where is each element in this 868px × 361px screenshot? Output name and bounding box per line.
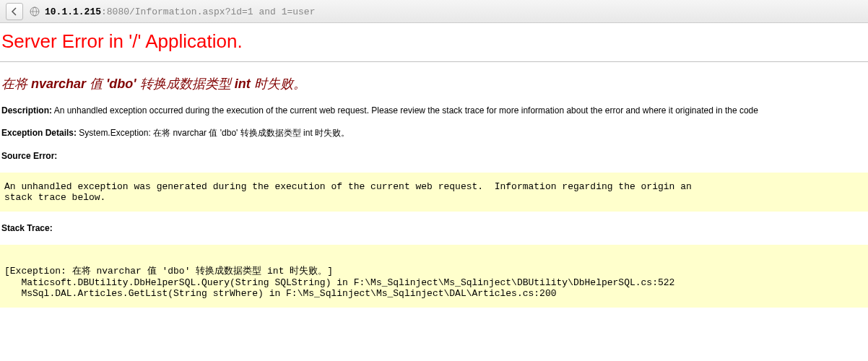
exception-label: Exception Details: [1, 128, 77, 138]
source-error-block: An unhandled exception was generated dur… [0, 173, 868, 212]
exception-text: System.Exception: 在将 nvarchar 值 'dbo' 转换… [77, 128, 350, 138]
error-title: Server Error in '/' Application. [0, 30, 868, 58]
error-message: 在将 nvarchar 值 'dbo' 转换成数据类型 int 时失败。 [0, 75, 868, 105]
url-host: 10.1.1.215 [45, 6, 101, 17]
back-button[interactable] [6, 3, 23, 20]
source-error-label-section: Source Error: [1, 151, 868, 161]
globe-icon [29, 6, 40, 17]
exception-section: Exception Details: System.Exception: 在将 … [1, 127, 868, 139]
divider [0, 61, 868, 62]
back-arrow-icon [10, 7, 19, 16]
browser-toolbar: 10.1.1.215:8080/Information.aspx?id=1 an… [0, 0, 868, 23]
description-text: An unhandled exception occurred during t… [52, 105, 758, 116]
url-path: :8080/Information.aspx?id=1 and 1=user [101, 6, 315, 17]
source-error-label: Source Error: [1, 151, 57, 161]
url-bar[interactable]: 10.1.1.215:8080/Information.aspx?id=1 an… [45, 5, 315, 17]
stack-trace-block: [Exception: 在将 nvarchar 值 'dbo' 转换成数据类型 … [0, 245, 868, 308]
description-label: Description: [1, 105, 52, 116]
error-page: Server Error in '/' Application. 在将 nvar… [0, 23, 868, 308]
stack-trace-label: Stack Trace: [1, 223, 53, 233]
description-section: Description: An unhandled exception occu… [1, 105, 868, 116]
stack-trace-label-section: Stack Trace: [1, 223, 868, 233]
